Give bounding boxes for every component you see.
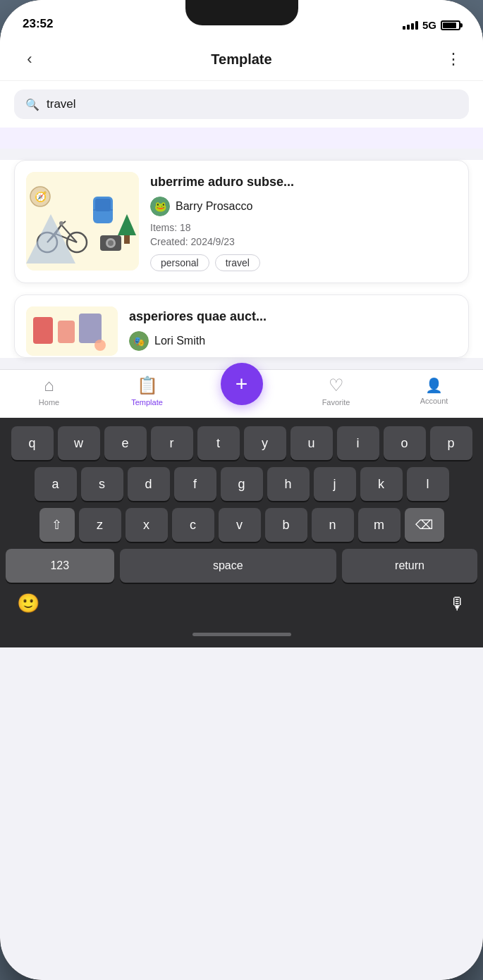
tab-home-label: Home [39, 398, 59, 407]
svg-rect-24 [33, 317, 53, 344]
key-d[interactable]: d [128, 467, 170, 501]
home-icon: ⌂ [44, 376, 54, 395]
svg-rect-14 [124, 235, 130, 244]
key-p[interactable]: p [430, 426, 472, 460]
author-name-2: Lori Smith [154, 335, 205, 347]
key-u[interactable]: u [291, 426, 333, 460]
card-info-2: asperiores quae auct... 🎭 Lori Smith [129, 306, 457, 346]
key-w[interactable]: w [58, 426, 100, 460]
key-a[interactable]: a [35, 467, 77, 501]
keyboard-row-3: ⇧ z x c v b n m ⌫ [3, 508, 480, 542]
template-icon: 📋 [137, 376, 158, 395]
svg-point-27 [94, 340, 106, 351]
back-button[interactable]: ‹ [17, 46, 42, 72]
key-g[interactable]: g [221, 467, 263, 501]
phone-screen: 23:52 5G ‹ Template ⋮ [0, 0, 483, 980]
tab-home[interactable]: ⌂ Home [21, 376, 78, 407]
key-i[interactable]: i [337, 426, 379, 460]
template-card-1[interactable]: 🧭 uberrime aduro subse... 🐸 [14, 160, 469, 283]
card-thumbnail-1: 🧭 [26, 172, 139, 271]
tab-favorite[interactable]: ♡ Favorite [308, 376, 365, 407]
key-j[interactable]: j [314, 467, 356, 501]
svg-point-9 [59, 221, 63, 225]
keyboard-row-4: 123 space return [3, 549, 480, 583]
favorite-icon: ♡ [329, 376, 344, 395]
svg-rect-25 [58, 321, 75, 343]
signal-bar-3 [411, 23, 414, 30]
key-c[interactable]: c [172, 508, 214, 542]
battery-fill [443, 23, 456, 28]
page-title: Template [211, 51, 271, 68]
emoji-key[interactable]: 🙂 [17, 593, 39, 614]
tab-bar: ⌂ Home 📋 Template + ♡ Favorite 👤 Account [0, 369, 483, 418]
key-o[interactable]: o [384, 426, 426, 460]
plus-icon: + [236, 372, 248, 396]
tab-template[interactable]: 📋 Template [119, 376, 176, 407]
card-title-2: asperiores quae auct... [129, 309, 457, 324]
key-v[interactable]: v [219, 508, 261, 542]
svg-text:🎭: 🎭 [133, 335, 145, 347]
key-m[interactable]: m [358, 508, 401, 542]
card-author-1: 🐸 Barry Prosacco [150, 197, 457, 216]
key-z[interactable]: z [79, 508, 121, 542]
key-f[interactable]: f [174, 467, 216, 501]
card-author-2: 🎭 Lori Smith [129, 331, 457, 351]
tag-travel: travel [215, 254, 260, 271]
card-tags-1: personal travel [150, 254, 457, 271]
tab-favorite-label: Favorite [322, 398, 350, 407]
key-t[interactable]: t [197, 426, 240, 460]
card-info-1: uberrime aduro subse... 🐸 Barry Prosacco… [150, 172, 457, 271]
microphone-icon[interactable]: 🎙 [449, 594, 466, 614]
tag-personal: personal [150, 254, 209, 271]
tab-account[interactable]: 👤 Account [406, 377, 463, 405]
return-key[interactable]: return [342, 549, 477, 583]
add-fab-button[interactable]: + [221, 363, 263, 405]
author-name-1: Barry Prosacco [176, 200, 252, 213]
space-key[interactable]: space [120, 549, 336, 583]
key-q[interactable]: q [11, 426, 54, 460]
key-n[interactable]: n [312, 508, 354, 542]
key-r[interactable]: r [151, 426, 193, 460]
keyboard-row-1: q w e r t y u i o p [3, 426, 480, 460]
nav-header: ‹ Template ⋮ [0, 38, 483, 81]
phone-frame: 23:52 5G ‹ Template ⋮ [0, 0, 483, 980]
author-avatar-2: 🎭 [129, 331, 149, 351]
key-k[interactable]: k [360, 467, 403, 501]
svg-text:🐸: 🐸 [154, 201, 167, 213]
signal-bar-4 [415, 21, 418, 30]
key-s[interactable]: s [81, 467, 123, 501]
search-input[interactable]: travel [47, 97, 458, 111]
delete-key[interactable]: ⌫ [405, 508, 444, 542]
account-icon: 👤 [425, 377, 443, 394]
search-bar[interactable]: 🔍 travel [14, 89, 469, 119]
cards-container: 🧭 uberrime aduro subse... 🐸 [0, 160, 483, 358]
svg-text:🧭: 🧭 [35, 191, 47, 203]
key-b[interactable]: b [265, 508, 307, 542]
number-key[interactable]: 123 [6, 549, 114, 583]
more-button[interactable]: ⋮ [441, 46, 466, 72]
key-x[interactable]: x [126, 508, 168, 542]
tab-account-label: Account [420, 397, 448, 405]
signal-bars [403, 21, 418, 30]
keyboard: q w e r t y u i o p a s d f g h j k [0, 418, 483, 627]
keyboard-bottom: 🙂 🎙 [3, 590, 480, 621]
home-bar [192, 633, 291, 636]
status-time: 23:52 [23, 17, 53, 32]
card-created-1: Created: 2024/9/23 [150, 236, 457, 247]
key-e[interactable]: e [104, 426, 147, 460]
more-dots-icon: ⋮ [446, 50, 461, 68]
tab-add[interactable]: + [217, 377, 267, 405]
key-l[interactable]: l [407, 467, 449, 501]
svg-rect-26 [79, 314, 102, 343]
svg-point-20 [108, 240, 114, 246]
signal-bar-1 [403, 26, 405, 30]
keyboard-row-2: a s d f g h j k l [3, 467, 480, 501]
tab-template-label: Template [131, 398, 163, 407]
key-h[interactable]: h [267, 467, 310, 501]
shift-key[interactable]: ⇧ [39, 508, 75, 542]
battery-icon [441, 20, 460, 30]
card-title-1: uberrime aduro subse... [150, 175, 457, 190]
template-card-2[interactable]: asperiores quae auct... 🎭 Lori Smith [14, 294, 469, 358]
card-items-1: Items: 18 [150, 222, 457, 233]
key-y[interactable]: y [244, 426, 286, 460]
